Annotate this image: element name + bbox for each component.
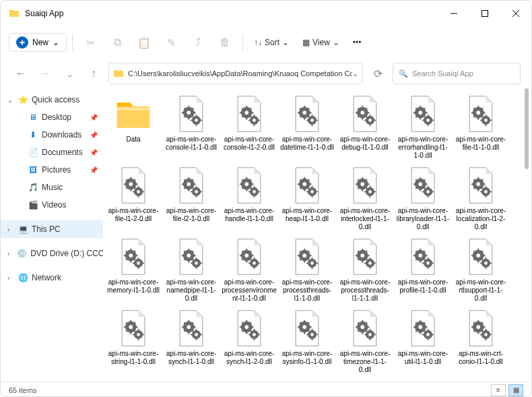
file-item[interactable]: api-ms-win-core-synch-l1-1-0.dll [162, 307, 220, 378]
file-item[interactable]: api-ms-win-core-file-l1-2-0.dll [104, 164, 162, 235]
file-label: api-ms-win-core-localization-l1-2-0.dll [453, 207, 508, 231]
sort-button[interactable]: ↑↓ Sort ⌄ [248, 35, 294, 50]
file-item[interactable]: api-ms-win-core-processthreads-l1-1-0.dl… [278, 235, 336, 307]
file-item[interactable]: api-ms-win-core-datetime-l1-1-0.dll [278, 92, 336, 164]
file-item[interactable]: api-ms-win-core-profile-l1-1-0.dll [394, 235, 452, 307]
copy-icon[interactable]: ⧉ [105, 30, 129, 55]
file-label: api-ms-win-core-file-l1-1-0.dll [453, 135, 508, 152]
chevron-down-icon: ⌄ [7, 96, 14, 104]
file-item[interactable]: api-ms-win-core-processenvironment-l1-1-… [220, 235, 278, 307]
file-label: api-ms-win-core-profile-l1-1-0.dll [395, 278, 451, 295]
file-item[interactable]: api-ms-win-core-namedpipe-l1-1-0.dll [162, 235, 220, 307]
pin-icon: 📌 [90, 131, 98, 139]
close-button[interactable] [500, 1, 531, 26]
file-item[interactable]: api-ms-win-core-file-l2-1-0.dll [162, 164, 220, 235]
sidebar-item-network[interactable]: › 🌐 Network [1, 269, 103, 286]
rename-icon[interactable]: ✎ [159, 30, 183, 55]
file-label: api-ms-win-core-rtlsupport-l1-1-0.dll [453, 278, 508, 303]
file-item[interactable]: api-ms-win-core-synch-l1-2-0.dll [220, 307, 278, 378]
back-button[interactable]: ← [11, 64, 30, 83]
chevron-down-icon: ⌄ [282, 38, 289, 47]
forward-button[interactable]: → [36, 64, 55, 83]
sidebar-item-music[interactable]: 🎵 Music [1, 179, 103, 196]
refresh-button[interactable]: ⟳ [368, 64, 387, 83]
more-button[interactable]: ••• [347, 35, 367, 50]
dll-file-icon [345, 165, 385, 206]
file-item[interactable]: api-ms-win-core-rtlsupport-l1-1-0.dll [452, 235, 510, 307]
file-label: api-ms-win-core-string-l1-1-0.dll [106, 350, 161, 366]
sidebar-item-pictures[interactable]: 🖼 Pictures 📌 [1, 161, 103, 179]
sidebar-item-documents[interactable]: 📄 Documents 📌 [1, 144, 103, 161]
minimize-button[interactable] [438, 1, 469, 26]
file-item[interactable]: api-ms-win-core-interlocked-l1-1-0.dll [336, 164, 394, 235]
file-label: api-ms-win-core-processthreads-l1-1-1.dl… [337, 278, 393, 303]
file-item[interactable]: api-ms-win-core-errorhandling-l1-1-0.dll [394, 92, 452, 164]
file-item[interactable]: api-ms-win-core-util-l1-1-0.dll [394, 307, 452, 378]
file-item[interactable]: api-ms-win-core-libraryloader-l1-1-0.dll [394, 164, 452, 235]
file-item[interactable]: api-ms-win-core-handle-l1-1-0.dll [220, 164, 278, 235]
new-button[interactable]: + New ⌄ [9, 33, 67, 52]
dll-file-icon [229, 308, 269, 348]
dll-file-icon [461, 165, 501, 206]
share-icon[interactable]: ⤴ [186, 30, 210, 55]
star-icon: ⭐ [18, 94, 28, 105]
search-placeholder: Search Suaiqi App [412, 69, 473, 78]
up-button[interactable]: ↑ [84, 64, 103, 83]
file-item[interactable]: api-ms-win-crt-conio-l1-1-0.dll [452, 307, 510, 378]
dll-file-icon [461, 308, 501, 348]
file-grid[interactable]: Dataapi-ms-win-core-console-l1-1-0.dllap… [103, 88, 531, 381]
sidebar-item-label: Videos [42, 200, 66, 210]
file-item[interactable]: api-ms-win-core-timezone-l1-1-0.dll [336, 307, 394, 378]
folder-item[interactable]: Data [104, 92, 162, 164]
file-item[interactable]: api-ms-win-core-localization-l1-2-0.dll [452, 164, 510, 235]
file-item[interactable]: api-ms-win-core-console-l1-2-0.dll [220, 92, 278, 164]
sidebar-item-label: Pictures [42, 165, 71, 175]
title-bar: Suaiqi App [1, 1, 531, 26]
paste-icon[interactable]: 📋 [132, 30, 156, 55]
sidebar-item-label: Music [42, 183, 63, 192]
sidebar-item-this-pc[interactable]: › 💻 This PC [1, 220, 103, 238]
sidebar-item-label: DVD Drive (D:) CCCC [30, 249, 103, 258]
sidebar-item-downloads[interactable]: ⬇ Downloads 📌 [1, 126, 103, 144]
details-view-button[interactable]: ≡ [491, 384, 506, 396]
file-label: api-ms-win-core-timezone-l1-1-0.dll [337, 350, 393, 374]
dll-file-icon [345, 308, 385, 348]
delete-icon[interactable]: 🗑 [213, 30, 237, 55]
dll-file-icon [171, 94, 211, 134]
file-item[interactable]: api-ms-win-core-processthreads-l1-1-1.dl… [336, 235, 394, 307]
scrollbar[interactable] [525, 88, 529, 169]
sidebar-item-label: Desktop [42, 113, 71, 122]
dll-file-icon [113, 237, 154, 277]
history-button[interactable]: ⌄ [60, 64, 79, 83]
file-item[interactable]: api-ms-win-core-sysinfo-l1-1-0.dll [278, 307, 336, 378]
file-item[interactable]: api-ms-win-core-file-l1-1-0.dll [452, 92, 510, 164]
file-item[interactable]: api-ms-win-core-memory-l1-1-0.dll [104, 235, 162, 307]
file-label: api-ms-win-core-file-l1-2-0.dll [106, 207, 161, 223]
toolbar: + New ⌄ ✂ ⧉ 📋 ✎ ⤴ 🗑 ↑↓ Sort ⌄ ▦ View ⌄ •… [1, 26, 531, 59]
music-icon: 🎵 [28, 182, 38, 193]
file-item[interactable]: api-ms-win-core-heap-l1-1-0.dll [278, 164, 336, 235]
sidebar-item-quick-access[interactable]: ⌄ ⭐ Quick access [1, 91, 103, 109]
dll-file-icon [113, 165, 154, 206]
maximize-button[interactable] [469, 1, 500, 26]
search-input[interactable]: 🔍 Search Suaiqi App [393, 63, 521, 84]
file-label: api-ms-win-core-debug-l1-1-0.dll [337, 135, 393, 152]
dll-file-icon [461, 237, 501, 277]
file-label: api-ms-win-core-namedpipe-l1-1-0.dll [164, 278, 219, 303]
file-label: api-ms-win-core-synch-l1-1-0.dll [164, 350, 219, 366]
sidebar-item-label: Downloads [42, 130, 81, 140]
icons-view-button[interactable]: ▦ [508, 384, 523, 396]
sidebar-item-desktop[interactable]: 🖥 Desktop 📌 [1, 109, 103, 126]
file-label: api-ms-win-core-sysinfo-l1-1-0.dll [279, 350, 335, 366]
sidebar-item-dvd[interactable]: › 💿 DVD Drive (D:) CCCC [1, 245, 103, 262]
sidebar-item-videos[interactable]: 🎬 Videos [1, 196, 103, 214]
file-item[interactable]: api-ms-win-core-debug-l1-1-0.dll [336, 92, 394, 164]
file-item[interactable]: api-ms-win-core-console-l1-1-0.dll [162, 92, 220, 164]
pin-icon: 📌 [90, 149, 98, 156]
separator [242, 34, 243, 51]
cut-icon[interactable]: ✂ [78, 30, 102, 55]
disc-icon: 💿 [17, 248, 27, 259]
file-item[interactable]: api-ms-win-core-string-l1-1-0.dll [104, 307, 162, 378]
address-bar[interactable]: C:\Users\karolisliucveikis\AppData\Roami… [108, 63, 363, 84]
view-button[interactable]: ▦ View ⌄ [297, 35, 345, 50]
